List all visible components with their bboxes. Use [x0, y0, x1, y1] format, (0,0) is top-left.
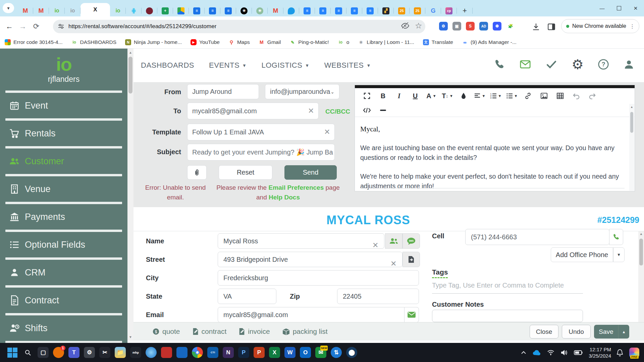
bookmark-item[interactable]: Error code 30145-4...	[5, 39, 62, 45]
taskbar-app-red[interactable]	[161, 347, 172, 358]
state-input[interactable]: VA	[218, 289, 276, 304]
tab-gmail[interactable]: M	[33, 5, 49, 16]
battery-icon[interactable]	[574, 350, 583, 355]
tab-search-button[interactable]: ▾	[3, 3, 14, 13]
tab-drive[interactable]	[173, 5, 189, 16]
tab-gmail[interactable]: M	[268, 5, 283, 16]
save-button[interactable]: Save	[594, 325, 618, 339]
bold-icon[interactable]: B	[376, 90, 390, 102]
ordered-list-icon[interactable]: 123▼	[489, 90, 502, 102]
bookmark-item[interactable]: ioDASHBOARDS	[71, 39, 116, 45]
scroll-down-icon[interactable]: ▼	[127, 334, 133, 340]
reload-button[interactable]: ⟳	[30, 20, 43, 33]
taskbar-app-excel[interactable]: X	[269, 347, 280, 358]
underline-icon[interactable]: U	[409, 90, 422, 102]
highlight-droplet-icon[interactable]	[457, 90, 470, 102]
scroll-up-icon[interactable]: ▲	[629, 105, 634, 109]
io-logo[interactable]: io	[0, 49, 127, 74]
tab-calendar-25[interactable]: 25	[394, 5, 410, 16]
user-icon[interactable]	[623, 59, 635, 70]
chrome-update-button[interactable]: New Chrome available ⋮	[561, 19, 639, 33]
taskbar-app-window[interactable]: ▢	[38, 347, 49, 358]
name-input[interactable]: Mycal Ross	[218, 233, 384, 249]
align-icon[interactable]: ▼	[473, 90, 486, 102]
taskbar-app-powerpoint[interactable]: P	[254, 347, 265, 358]
reset-button[interactable]: Reset	[219, 165, 272, 180]
nav-websites[interactable]: WEBSITES▼	[324, 61, 371, 70]
extension-ads-icon[interactable]: AD	[479, 22, 488, 31]
search-button[interactable]	[22, 347, 33, 358]
tag-input[interactable]: Type Tag, Use Enter or Comma to Complete	[432, 282, 564, 289]
close-button[interactable]: ✕	[627, 0, 644, 16]
editor-scrollbar[interactable]: ▲	[629, 104, 634, 191]
image-icon[interactable]	[537, 90, 551, 102]
sidebar-item-contract[interactable]: Contract	[0, 288, 127, 313]
email-body[interactable]: Mycal, We are just touching base on the …	[355, 117, 635, 190]
lead-id[interactable]: #25124299	[597, 215, 639, 225]
map-export-button[interactable]	[402, 252, 420, 267]
page-scrollbar[interactable]: ▲ ▼	[127, 49, 133, 341]
sidebar-item-shifts[interactable]: Shifts	[0, 315, 127, 341]
taskbar-app-green[interactable]: NEW✉	[315, 347, 326, 358]
site-settings-icon[interactable]	[58, 23, 64, 30]
notification-bell-icon[interactable]	[616, 349, 623, 356]
link-icon[interactable]	[521, 90, 535, 102]
to-input[interactable]: mycalr85@gmail.com	[187, 103, 319, 119]
clear-street-icon[interactable]: ✕	[390, 259, 396, 268]
bookmark-item[interactable]: ⚲Maps	[228, 39, 250, 45]
url-bar[interactable]: https://rental.software/account/#/leads/…	[53, 20, 425, 33]
extension-blue-gear-icon[interactable]: ⚙	[439, 22, 448, 31]
quote-link[interactable]: $quote	[152, 327, 180, 336]
tab-docs[interactable]: ≡	[220, 5, 236, 16]
tab-docs[interactable]: ≡	[205, 5, 220, 16]
email-input[interactable]: mycalr85@gmail.com	[218, 307, 419, 322]
send-email-button[interactable]	[404, 307, 419, 322]
tab-docs[interactable]: ≡	[315, 5, 331, 16]
extension-semrush-icon[interactable]: S	[466, 22, 475, 31]
tab-docs[interactable]: ≡	[331, 5, 346, 16]
taskbar-app-purple[interactable]: N	[223, 347, 234, 358]
city-input[interactable]: Fredericksburg	[218, 270, 419, 286]
contacts-button[interactable]	[385, 233, 402, 249]
customer-scrollbar[interactable]: ▲ ▼	[638, 231, 644, 330]
bookmark-item[interactable]: 文Translate	[423, 39, 453, 45]
nav-dashboards[interactable]: DASHBOARDS	[141, 61, 194, 70]
nav-logistics[interactable]: LOGISTICS▼	[261, 61, 309, 70]
copilot-button[interactable]: PRE	[629, 348, 639, 358]
add-office-phone-button[interactable]: Add Office Phone	[551, 247, 613, 262]
bookmark-item[interactable]: NNinja Jump - home...	[125, 39, 182, 45]
sidebar-item-optional-fields[interactable]: Optional Fields	[0, 232, 127, 257]
add-phone-dropdown[interactable]: ▼	[613, 247, 625, 262]
taskbar-app-blue[interactable]	[176, 347, 187, 358]
onedrive-cloud-icon[interactable]	[532, 350, 541, 356]
nav-events[interactable]: EVENTS▼	[209, 61, 247, 70]
send-button[interactable]: Send	[284, 165, 337, 180]
bookmark-item[interactable]: MGmail	[259, 39, 281, 45]
sidebar-item-event[interactable]: Event	[0, 93, 127, 118]
horizontal-rule-icon[interactable]	[376, 105, 390, 116]
url-text[interactable]: https://rental.software/account/#/leads/…	[68, 23, 216, 30]
taskbar-app-outlook[interactable]: O	[300, 347, 311, 358]
maximize-button[interactable]	[610, 0, 627, 16]
tab-google[interactable]: G	[425, 5, 441, 16]
tab-chatgpt[interactable]: ✳	[236, 5, 252, 16]
bullet-list-icon[interactable]: ▼	[505, 90, 519, 102]
taskbar-app-snip[interactable]: ✂	[99, 347, 110, 358]
tab-inflatableoffice[interactable]: io	[65, 5, 80, 16]
attach-button[interactable]	[187, 165, 207, 180]
new-tab-button[interactable]: +	[457, 5, 473, 16]
tab-copilot[interactable]: cp	[441, 5, 457, 16]
table-icon[interactable]	[553, 90, 567, 102]
sidebar-item-rentals[interactable]: Rentals	[0, 121, 127, 146]
tab-docs[interactable]: ≡	[299, 5, 315, 16]
close-button[interactable]: Close	[530, 325, 558, 339]
help-docs-link[interactable]: Help Docs	[269, 194, 300, 201]
taskbar-app-word[interactable]: W	[284, 347, 296, 358]
tray-chevron-up-icon[interactable]	[521, 351, 526, 354]
taskbar-file-explorer[interactable]: 📁	[115, 347, 126, 358]
sidebar-item-crm[interactable]: CRM	[0, 260, 127, 285]
taskbar-app-mhp[interactable]: mhp	[130, 347, 141, 358]
contract-link[interactable]: contract	[192, 327, 227, 336]
font-color-icon[interactable]: A▼	[425, 90, 438, 102]
tab-sheets[interactable]: +	[157, 5, 173, 16]
